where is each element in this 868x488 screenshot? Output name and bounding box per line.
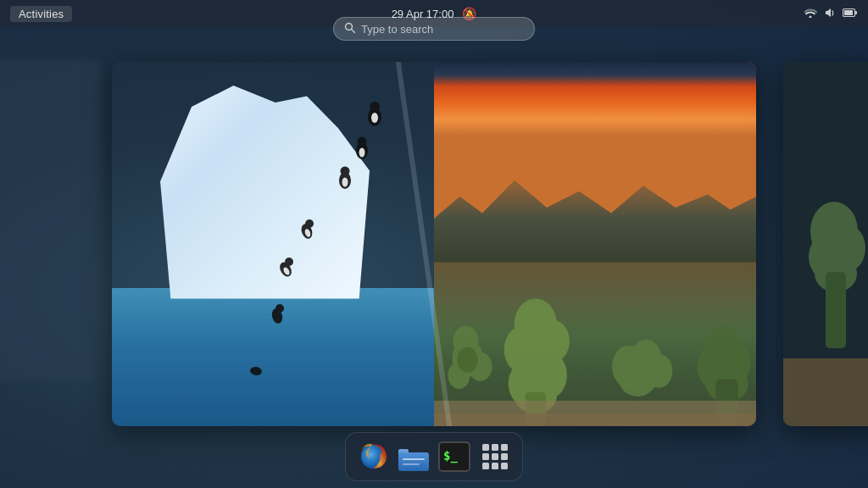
workspace-area <box>0 51 868 437</box>
svg-point-29 <box>536 320 570 363</box>
grid-dot-4 <box>482 453 489 460</box>
svg-point-34 <box>515 380 557 413</box>
svg-point-23 <box>452 340 482 377</box>
svg-point-6 <box>370 102 380 112</box>
svg-rect-1 <box>844 10 853 15</box>
svg-point-5 <box>368 108 381 126</box>
dock-item-terminal[interactable]: $_ <box>436 438 473 475</box>
search-bar[interactable]: Type to search <box>333 17 535 41</box>
wallpaper-cactus <box>434 62 756 426</box>
svg-text:$_: $_ <box>443 449 458 463</box>
grid-dot-5 <box>492 453 498 460</box>
svg-point-37 <box>631 340 661 377</box>
appgrid-icon <box>479 441 511 473</box>
terminal-icon: $_ <box>437 441 471 473</box>
activities-button[interactable]: Activities <box>10 6 72 22</box>
svg-rect-53 <box>783 358 868 426</box>
search-container: Type to search <box>333 17 535 41</box>
search-placeholder-text: Type to search <box>361 23 433 36</box>
svg-point-36 <box>612 346 646 388</box>
svg-rect-44 <box>715 380 737 426</box>
svg-line-4 <box>352 30 355 33</box>
iceberg <box>160 62 370 299</box>
top-bar-right <box>804 7 858 21</box>
grid-dot-7 <box>482 463 489 469</box>
svg-rect-46 <box>434 413 756 426</box>
grid-dot-6 <box>501 453 508 460</box>
svg-rect-45 <box>434 401 756 426</box>
volume-icon[interactable] <box>824 7 836 21</box>
water <box>112 288 434 426</box>
dock-item-appgrid[interactable] <box>476 438 514 475</box>
svg-rect-35 <box>526 392 546 426</box>
dock-item-firefox[interactable] <box>354 438 392 475</box>
dock: $_ <box>345 432 523 481</box>
search-icon <box>344 22 355 36</box>
grid-dot-9 <box>501 463 508 469</box>
svg-point-43 <box>705 365 748 402</box>
svg-point-32 <box>530 352 567 399</box>
window-thumbnail-secondary[interactable] <box>783 62 868 426</box>
svg-point-42 <box>697 345 731 389</box>
svg-point-24 <box>453 326 478 357</box>
svg-point-26 <box>448 362 470 389</box>
svg-rect-2 <box>855 11 857 14</box>
svg-point-28 <box>515 299 557 350</box>
grid-dot-2 <box>492 444 498 451</box>
window-thumbnail-primary[interactable] <box>112 62 756 426</box>
svg-point-27 <box>457 347 477 373</box>
svg-point-38 <box>619 363 656 396</box>
grid-dot-8 <box>492 463 498 469</box>
battery-icon[interactable] <box>843 8 858 20</box>
svg-point-40 <box>704 326 741 374</box>
iceberg-main <box>160 86 370 299</box>
svg-point-3 <box>346 24 353 30</box>
grid-dot-3 <box>501 444 508 451</box>
svg-rect-52 <box>826 272 846 348</box>
svg-point-31 <box>512 331 559 385</box>
wallpaper-iceberg <box>112 62 434 426</box>
dock-item-files[interactable] <box>395 438 432 475</box>
secondary-window-content <box>783 62 868 426</box>
svg-point-39 <box>645 354 672 388</box>
svg-point-30 <box>504 326 542 374</box>
svg-point-18 <box>371 113 378 123</box>
files-icon <box>397 441 431 473</box>
wifi-icon[interactable] <box>804 8 817 20</box>
svg-rect-56 <box>398 452 429 471</box>
grid-dot-1 <box>482 444 489 451</box>
firefox-icon <box>356 440 390 474</box>
svg-point-25 <box>469 352 492 381</box>
svg-point-41 <box>720 342 750 383</box>
wallpaper-split <box>112 62 756 426</box>
svg-point-33 <box>509 362 542 406</box>
